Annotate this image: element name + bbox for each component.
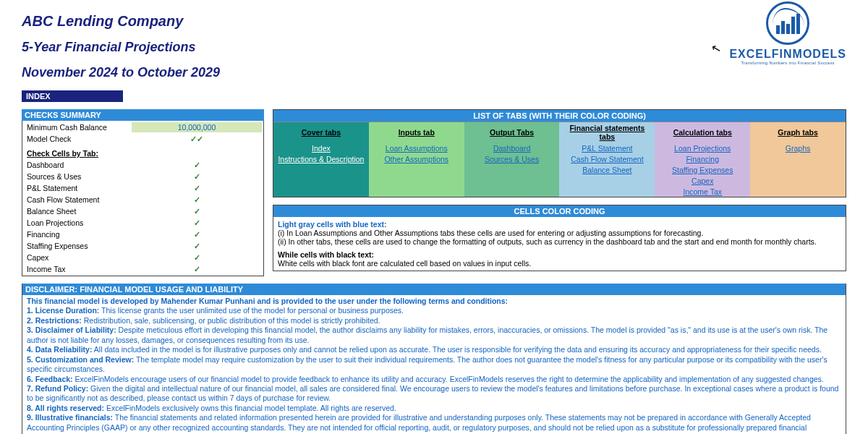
disclaimer-item: 8. All rights reserved: ExcelFinModels e…	[27, 404, 841, 413]
check-row-label: Income Tax	[24, 264, 130, 274]
tab-link-graphs[interactable]: Graphs	[786, 144, 810, 153]
check-row-tick: ✓	[132, 264, 262, 274]
tabcol-header: Graph tabs	[750, 122, 846, 143]
check-cells-by-tab-label: Check Cells by Tab:	[24, 148, 262, 158]
check-row-label: Cash Flow Statement	[24, 195, 130, 205]
disclaimer-item: 2. Restrictions: Redistribution, sale, s…	[27, 316, 841, 326]
disclaimer-item: 7. Refund Policy: Given the digital and …	[27, 384, 841, 404]
check-row-tick: ✓	[132, 171, 262, 182]
cells-color-coding-header: CELLS COLOR CODING	[273, 205, 846, 217]
disclaimer-item: 6. Feedback: ExcelFinModels encourage us…	[27, 375, 841, 384]
check-row-label: Balance Sheet	[24, 206, 130, 216]
tab-link-sources-uses[interactable]: Sources & Uses	[485, 155, 539, 163]
ccc-line4: While cells with black text:	[278, 250, 374, 259]
tabcol-header: Inputs tab	[369, 122, 464, 143]
check-row-tick: ✓	[132, 195, 262, 205]
tabcol-header: Output Tabs	[464, 122, 560, 143]
cells-color-coding-body: Light gray cells with blue text: (i) In …	[273, 217, 846, 271]
disclaimer-item: 1. License Duration: This license grants…	[27, 306, 841, 315]
tab-link-loan-projections[interactable]: Loan Projections	[674, 144, 731, 153]
tab-link-dashboard[interactable]: Dashboard	[493, 144, 530, 153]
brand-logo: EXCELFINMODELS Transforming Numbers into…	[729, 1, 846, 65]
min-cash-label: Minimum Cash Balance	[24, 122, 130, 132]
tab-link-index[interactable]: Index	[312, 144, 331, 153]
checks-summary-header: CHECKS SUMMARY	[22, 109, 264, 121]
tab-link-loan-assumptions[interactable]: Loan Assumptions	[386, 144, 448, 153]
disclaimer-body: This financial model is developed by Mah…	[22, 295, 846, 434]
check-row-label: Loan Projections	[24, 218, 130, 228]
check-row-label: Financing	[24, 229, 130, 239]
tab-link-financing[interactable]: Financing	[686, 155, 719, 163]
tab-link-balance-sheet[interactable]: Balance Sheet	[582, 166, 631, 174]
ccc-line3: (ii) In other tabs, these cells are used…	[278, 237, 841, 246]
tab-link-capex[interactable]: Capex	[692, 176, 713, 185]
logo-text: EXCELFINMODELS	[729, 48, 846, 61]
check-row-tick: ✓	[132, 218, 262, 228]
tab-link-income-tax[interactable]: Income Tax	[683, 187, 722, 196]
model-check-tick: ✓✓	[132, 134, 262, 144]
check-row-label: P&L Statement	[24, 183, 130, 193]
tab-link-cash-flow[interactable]: Cash Flow Statement	[571, 155, 643, 163]
ccc-line1: Light gray cells with blue text:	[278, 220, 387, 229]
check-row-tick: ✓	[132, 252, 262, 263]
check-row-tick: ✓	[132, 241, 262, 251]
check-row-tick: ✓	[132, 206, 262, 216]
check-row-label: Capex	[24, 252, 130, 263]
tabcol-header: Cover tabs	[273, 122, 369, 143]
tab-link-instructions[interactable]: Instructions & Description	[278, 155, 364, 163]
ccc-line2: (i) In Loan Assumptions and Other Assump…	[278, 229, 841, 237]
tabcol-header: Financial statements tabs	[559, 122, 655, 143]
disclaimer-item: 4. Data Reliability: All data included i…	[27, 345, 841, 354]
tabcol-header: Calculation tabs	[655, 122, 750, 143]
list-of-tabs-header: LIST OF TABS (WITH THEIR COLOR CODING)	[273, 109, 846, 122]
disclaimer-item: 5. Customization and Review: The templat…	[27, 355, 841, 375]
company-name: ABC Lending Company	[22, 13, 846, 30]
logo-tagline: Transforming Numbers into Financial Succ…	[729, 61, 846, 65]
period-range: November 2024 to October 2029	[22, 65, 846, 80]
check-row-tick: ✓	[132, 160, 262, 170]
tab-link-pl-statement[interactable]: P&L Statement	[582, 144, 632, 153]
disclaimer-item: 3. Disclaimer of Liability: Despite meti…	[27, 326, 841, 345]
check-row-tick: ✓	[132, 229, 262, 239]
checks-summary-table: Minimum Cash Balance 10,000,000 Model Ch…	[22, 121, 264, 276]
list-of-tabs-table: Cover tabs Inputs tab Output Tabs Financ…	[273, 122, 846, 197]
page-title: 5-Year Financial Projections	[22, 40, 846, 55]
disclaimer-item: 9. Illustrative financials: The financia…	[27, 413, 841, 434]
logo-mark	[766, 1, 809, 45]
check-row-label: Staffing Expenses	[24, 241, 130, 251]
min-cash-value: 10,000,000	[132, 122, 262, 132]
check-row-label: Dashboard	[24, 160, 130, 170]
disclaimer-header: DISCLAIMER: FINANCIAL MODEL USAGE AND LI…	[22, 284, 846, 295]
ccc-line5: White cells with black font are calculat…	[278, 259, 841, 268]
check-row-tick: ✓	[132, 183, 262, 193]
check-row-label: Sources & Uses	[24, 171, 130, 182]
model-check-label: Model Check	[24, 134, 130, 144]
disclaimer-intro: This financial model is developed by Mah…	[27, 297, 841, 306]
tab-link-staffing[interactable]: Staffing Expenses	[672, 166, 733, 174]
tab-link-other-assumptions[interactable]: Other Assumptions	[384, 155, 448, 163]
index-section-label: INDEX	[22, 90, 123, 102]
